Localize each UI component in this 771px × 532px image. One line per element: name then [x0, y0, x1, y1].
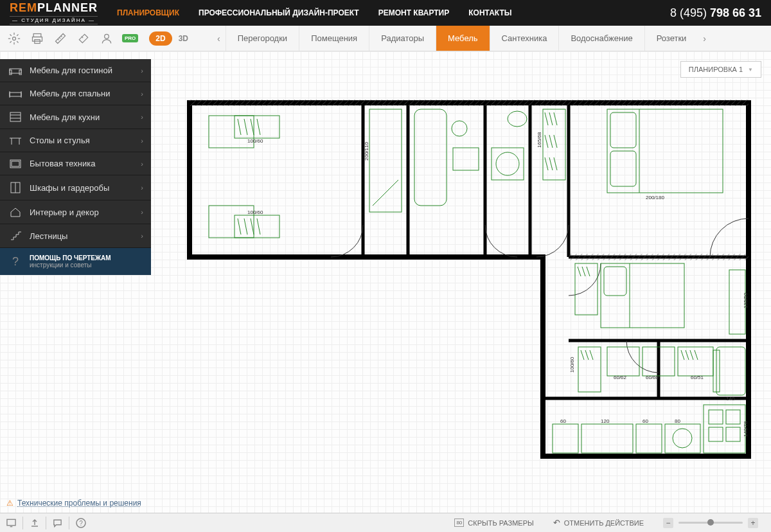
chevron-right-icon: ›: [141, 67, 143, 75]
sidebar-item-label: Мебель для спальни: [30, 89, 141, 98]
sidebar-item-label: Мебель для кухни: [30, 112, 141, 122]
chat-icon[interactable]: [53, 517, 69, 529]
sidebar-help[interactable]: ? ПОМОЩЬ ПО ЧЕРТЕЖАМ инструкции и советы: [0, 248, 151, 275]
svg-rect-33: [575, 263, 598, 315]
help-title: ПОМОЩЬ ПО ЧЕРТЕЖАМ: [30, 254, 143, 262]
svg-point-48: [673, 429, 692, 448]
tab-plumbing[interactable]: Сантехника: [490, 26, 559, 51]
svg-text:60: 60: [642, 418, 648, 424]
sidebar-item-label: Мебель для гостиной: [30, 66, 141, 75]
sidebar-item-label: Лестницы: [30, 231, 141, 241]
view-3d-button[interactable]: 3D: [172, 31, 195, 46]
svg-rect-2: [33, 37, 42, 41]
logo[interactable]: REMPLANNER — СТУДИЯ ДИЗАЙНА —: [10, 1, 98, 24]
sidebar-item-wardrobes[interactable]: Шкафы и гардеробы ›: [0, 175, 151, 200]
sidebar-item-appliances[interactable]: Бытовая техника ›: [0, 152, 151, 175]
sidebar-item-label: Интерьер и декор: [30, 208, 141, 217]
nav-planner[interactable]: ПЛАНИРОВЩИК: [117, 8, 179, 17]
sidebar-item-decor[interactable]: Интерьер и декор ›: [0, 200, 151, 224]
hide-dimensions-button[interactable]: 80 СКРЫТЬ РАЗМЕРЫ: [448, 519, 540, 527]
toolbar: PRO 2D 3D ‹ Перегородки Помещения Радиат…: [0, 26, 771, 51]
tab-rooms[interactable]: Помещения: [299, 26, 369, 51]
tabs-prev-icon[interactable]: ‹: [212, 33, 226, 44]
pro-badge[interactable]: PRO: [122, 34, 138, 42]
logo-rem: REM: [10, 1, 37, 14]
wardrobe-icon: [8, 182, 23, 193]
tab-sockets[interactable]: Розетки: [644, 26, 698, 51]
svg-text:60/51: 60/51: [691, 375, 704, 380]
plan-selector[interactable]: ПЛАНИРОВКА 1: [680, 61, 761, 78]
tab-water[interactable]: Водоснабжение: [558, 26, 644, 51]
svg-rect-35: [604, 267, 626, 296]
phone-number[interactable]: 8 (495) 798 66 31: [670, 6, 761, 20]
svg-text:140: 140: [726, 396, 735, 402]
chevron-right-icon: ›: [141, 208, 143, 216]
settings-icon[interactable]: [6, 31, 22, 46]
svg-text:?: ?: [79, 520, 83, 527]
ruler-icon[interactable]: [53, 31, 68, 46]
svg-rect-53: [726, 427, 740, 441]
undo-button[interactable]: ↶ ОТМЕНИТЬ ДЕЙСТВИЕ: [547, 518, 650, 528]
tab-radiators[interactable]: Радиаторы: [369, 26, 436, 51]
tools-icon[interactable]: [76, 31, 91, 46]
warning-icon: ⚠: [6, 499, 13, 508]
furniture-sidebar: Мебель для гостиной › Мебель для спальни…: [0, 59, 151, 275]
floorplan[interactable]: 100/60 100/60 200/110 165/68 200/180 135…: [183, 96, 755, 475]
view-toggle: 2D 3D: [149, 31, 195, 46]
svg-point-25: [508, 111, 527, 127]
print-icon[interactable]: [30, 31, 45, 46]
stairs-icon: [8, 231, 23, 241]
svg-rect-44: [553, 424, 578, 453]
svg-text:140/78: 140/78: [743, 421, 749, 437]
tab-partitions[interactable]: Перегородки: [226, 26, 299, 51]
table-icon: [8, 136, 23, 145]
svg-text:200/180: 200/180: [646, 195, 664, 200]
svg-text:165/68: 165/68: [536, 132, 542, 148]
sidebar-item-tables[interactable]: Столы и стулья ›: [0, 129, 151, 152]
nav-renovation[interactable]: РЕМОНТ КВАРТИР: [378, 8, 450, 17]
worker-icon[interactable]: [99, 31, 114, 46]
undo-icon: ↶: [553, 518, 560, 528]
export-icon[interactable]: [30, 517, 46, 529]
view-2d-button[interactable]: 2D: [149, 31, 172, 46]
svg-rect-1: [33, 33, 41, 37]
chevron-right-icon: ›: [141, 137, 143, 145]
svg-rect-73: [10, 93, 21, 96]
category-tabs: ‹ Перегородки Помещения Радиаторы Мебель…: [212, 26, 765, 51]
svg-rect-45: [581, 424, 633, 453]
svg-text:80: 80: [675, 418, 680, 424]
svg-rect-28: [543, 109, 565, 180]
chevron-right-icon: ›: [141, 90, 143, 98]
zoom-slider[interactable]: [678, 522, 743, 524]
help-icon[interactable]: ?: [76, 517, 93, 529]
sidebar-item-stairs[interactable]: Лестницы ›: [0, 224, 151, 248]
sidebar-item-kitchen[interactable]: Мебель для кухни ›: [0, 105, 151, 129]
bottom-bar: ? 80 СКРЫТЬ РАЗМЕРЫ ↶ ОТМЕНИТЬ ДЕЙСТВИЕ …: [0, 513, 771, 532]
svg-rect-31: [610, 151, 636, 186]
chevron-right-icon: ›: [141, 113, 143, 121]
screen-icon[interactable]: [6, 517, 23, 529]
sidebar-item-label: Шкафы и гардеробы: [30, 183, 141, 193]
svg-rect-15: [190, 100, 749, 106]
nav-design[interactable]: ПРОФЕССИОНАЛЬНЫЙ ДИЗАЙН-ПРОЕКТ: [199, 8, 359, 17]
chevron-right-icon: ›: [141, 160, 143, 168]
svg-text:60/60: 60/60: [646, 375, 659, 380]
sidebar-item-living[interactable]: Мебель для гостиной ›: [0, 59, 151, 82]
zoom-out-button[interactable]: −: [663, 518, 673, 528]
svg-rect-49: [704, 405, 745, 453]
nav-contacts[interactable]: КОНТАКТЫ: [468, 8, 511, 17]
svg-text:60/62: 60/62: [614, 375, 627, 380]
logo-subtitle: — СТУДИЯ ДИЗАЙНА —: [10, 16, 98, 24]
svg-text:100/60: 100/60: [569, 357, 575, 373]
tab-furniture[interactable]: Мебель: [436, 26, 490, 51]
sidebar-item-bedroom[interactable]: Мебель для спальни ›: [0, 82, 151, 105]
tabs-next-icon[interactable]: ›: [698, 33, 711, 44]
svg-rect-76: [10, 112, 21, 121]
svg-text:100/60: 100/60: [247, 138, 263, 144]
house-icon: [8, 207, 23, 217]
svg-rect-50: [709, 410, 723, 424]
footer-links: ⚠ Технические проблемы и решения: [6, 499, 141, 508]
zoom-in-button[interactable]: +: [748, 518, 758, 528]
tech-problems-link[interactable]: Технические проблемы и решения: [17, 499, 141, 508]
appliance-icon: [8, 159, 23, 168]
